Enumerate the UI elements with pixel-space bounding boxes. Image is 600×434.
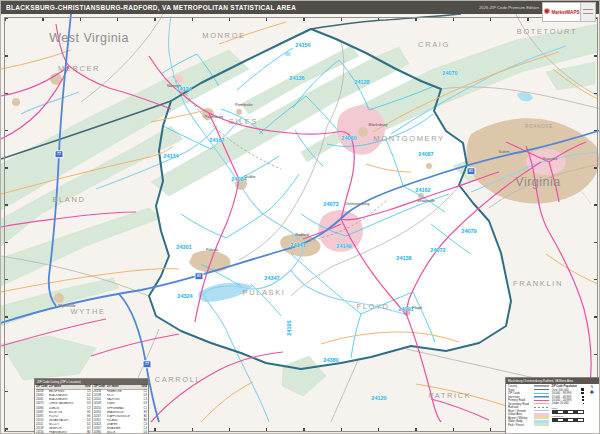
grid-ticks-left bbox=[5, 18, 8, 431]
zip-table-left-column: ZIP Code ZIP Name Grid 24058 BELSPRING C… bbox=[35, 385, 92, 434]
page-title: BLACKSBURG-CHRISTIANSBURG-RADFORD, VA ME… bbox=[6, 4, 296, 11]
map-page: BLACKSBURG-CHRISTIANSBURG-RADFORD, VA ME… bbox=[0, 0, 600, 434]
legend-item: Park / Forest bbox=[508, 423, 549, 427]
population-class-row: Under 10,000 bbox=[552, 402, 584, 405]
scalebar-km bbox=[552, 418, 584, 422]
legend-symbol-list: County State ZIP Code bbox=[508, 385, 549, 427]
legend-item-sample bbox=[534, 423, 549, 426]
grid-ticks-top bbox=[5, 18, 597, 21]
brand-logo-fineprint bbox=[581, 2, 596, 22]
zip-table-right-column: ZIP Code ZIP Name Grid 24136 PEMBROKE C2 bbox=[92, 385, 149, 434]
compass-star-icon: ✦ bbox=[588, 389, 595, 397]
scalebar-km-block: Kilometers bbox=[552, 415, 584, 422]
compass-rose: N ✦ bbox=[587, 385, 597, 427]
legend-body: County State ZIP Code bbox=[506, 384, 599, 428]
scalebar-miles-block: Miles bbox=[552, 407, 584, 414]
map-canvas bbox=[1, 14, 600, 434]
edition-label: 2026 ZIP Code Premium Edition bbox=[479, 5, 539, 10]
map-frame: West Virginia Virginia MERCER MONROE CRA… bbox=[1, 14, 600, 434]
grid-ticks-right bbox=[594, 18, 597, 431]
map-legend: Blacksburg-Christiansburg-Radford, VA Me… bbox=[505, 377, 600, 434]
col-header-grid: Grid bbox=[140, 385, 147, 389]
brand-logo: ✺ MarketMAPS bbox=[542, 2, 596, 20]
header-bar: BLACKSBURG-CHRISTIANSBURG-RADFORD, VA ME… bbox=[1, 1, 600, 14]
col-header-name: ZIP Name bbox=[49, 385, 84, 389]
urban-core-tan bbox=[358, 127, 368, 137]
population-class-label: Under 10,000 bbox=[552, 401, 583, 405]
col-header-grid: Grid bbox=[84, 385, 91, 389]
brand-logo-main: ✺ MarketMAPS bbox=[542, 2, 581, 22]
legend-population-block: ZIP Code Population Over 100,000 50,000 … bbox=[552, 385, 584, 427]
zip-table-right-rows: 24136 PEMBROKE C2 24138 PILOT D3 bbox=[94, 390, 148, 434]
zip-table-left-rows: 24058 BELSPRING C3 24060 BLACKSBURG D2 bbox=[36, 390, 91, 434]
legend-item-label: Park / Forest bbox=[508, 423, 534, 427]
map-pin-icon: ✺ bbox=[544, 8, 551, 16]
col-header-zip: ZIP Code bbox=[36, 385, 49, 389]
zip-code-table: ZIP Code Listing (ZIP's Location) ZIP Co… bbox=[34, 378, 149, 434]
population-class-symbol bbox=[583, 403, 584, 404]
scalebar-miles bbox=[552, 410, 584, 414]
brand-name: MarketMAPS bbox=[551, 10, 579, 15]
zip-table-columns: ZIP Code ZIP Name Grid 24058 BELSPRING C… bbox=[35, 385, 148, 434]
population-classes: Over 100,000 50,000 - 99,999 25,000 - 49… bbox=[552, 388, 584, 405]
col-header-name: ZIP Name bbox=[107, 385, 141, 389]
col-header-zip: ZIP Code bbox=[94, 385, 107, 389]
